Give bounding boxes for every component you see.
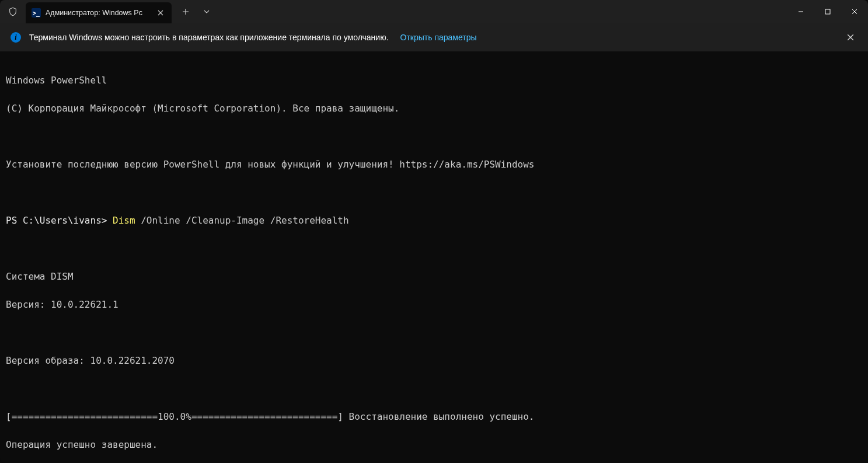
minimize-button[interactable] <box>787 0 814 23</box>
maximize-button[interactable] <box>814 0 841 23</box>
new-tab-button[interactable] <box>175 0 196 23</box>
tab-actions <box>175 0 217 23</box>
command-args: /Online /Cleanup-Image /RestoreHealth <box>135 215 349 226</box>
close-button[interactable] <box>841 0 868 23</box>
terminal-line: Cистема DISM <box>6 270 862 284</box>
titlebar-drag-area[interactable] <box>217 0 787 23</box>
tab-dropdown-button[interactable] <box>196 0 217 23</box>
info-icon: i <box>11 32 21 43</box>
terminal-line: Windows PowerShell <box>6 74 862 88</box>
terminal-blank <box>6 186 862 200</box>
tab-title: Администратор: Windows Pc <box>46 9 151 17</box>
terminal-progress: [==========================100.0%=======… <box>6 410 862 424</box>
terminal-line: (C) Корпорация Майкрософт (Microsoft Cor… <box>6 102 862 116</box>
terminal-command-line: PS C:\Users\ivans> Dism /Online /Cleanup… <box>6 214 862 228</box>
window-controls <box>787 0 868 23</box>
terminal-blank <box>6 130 862 144</box>
terminal-output[interactable]: Windows PowerShell (C) Корпорация Майкро… <box>0 51 868 463</box>
terminal-blank <box>6 326 862 340</box>
terminal-window: >_ Администратор: Windows Pc <box>0 0 868 463</box>
tab-powershell[interactable]: >_ Администратор: Windows Pc <box>26 2 172 23</box>
titlebar[interactable]: >_ Администратор: Windows Pc <box>0 0 868 23</box>
terminal-blank <box>6 382 862 396</box>
powershell-icon: >_ <box>32 8 41 18</box>
terminal-line: Версия образа: 10.0.22621.2070 <box>6 354 862 368</box>
infobar-close-button[interactable] <box>843 30 857 44</box>
tab-close-button[interactable] <box>155 8 166 18</box>
command-name: Dism <box>113 215 135 226</box>
infobar: i Терминал Windows можно настроить в пар… <box>0 23 868 51</box>
terminal-blank <box>6 242 862 256</box>
infobar-message: Терминал Windows можно настроить в парам… <box>29 33 389 42</box>
terminal-line: Установите последнюю версию PowerShell д… <box>6 158 862 172</box>
open-settings-link[interactable]: Открыть параметры <box>400 33 477 42</box>
terminal-line: Операция успешно завершена. <box>6 438 862 452</box>
terminal-line: Версия: 10.0.22621.1 <box>6 298 862 312</box>
svg-rect-0 <box>825 9 830 14</box>
admin-shield-icon <box>0 0 26 23</box>
prompt: PS C:\Users\ivans> <box>6 215 113 226</box>
